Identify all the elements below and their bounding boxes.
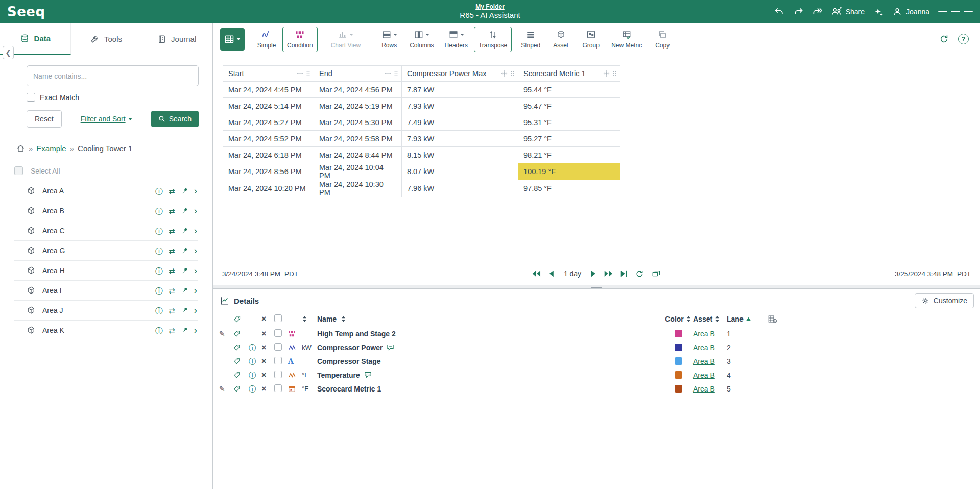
row-checkbox[interactable]	[274, 357, 282, 364]
toolbar-columns-button[interactable]: Columns	[405, 27, 438, 52]
sort-icon[interactable]	[302, 315, 307, 323]
asset-link[interactable]: Area B	[693, 330, 715, 338]
list-item[interactable]: Area H ⓘ⇄›	[14, 261, 198, 281]
range-end[interactable]: 3/25/2024 3:48 PMPDT	[895, 270, 971, 278]
detail-row[interactable]: ✎ ⓘ × °F Scorecard Metric 1 Area B 5	[213, 382, 780, 396]
move-column-icon[interactable]	[297, 70, 303, 77]
column-header-scorecard-metric-1[interactable]: Scorecard Metric 1	[518, 66, 620, 82]
asset-link[interactable]: Area B	[693, 371, 715, 379]
copy-range-icon[interactable]	[652, 270, 661, 278]
edit-pencil-icon[interactable]: ✎	[219, 385, 225, 393]
row-checkbox[interactable]	[274, 384, 282, 392]
pin-icon[interactable]	[179, 325, 190, 335]
pin-icon[interactable]	[179, 265, 190, 276]
user-menu[interactable]: Joanna	[892, 7, 929, 17]
remove-all-icon[interactable]: ×	[261, 314, 266, 323]
list-item[interactable]: Area G ⓘ⇄›	[14, 241, 198, 261]
info-icon[interactable]: ⓘ	[249, 371, 256, 379]
pin-icon[interactable]	[179, 225, 190, 236]
info-icon[interactable]: ⓘ	[249, 344, 256, 352]
grip-dots-icon[interactable]	[394, 70, 398, 77]
tag-icon[interactable]	[233, 315, 241, 323]
chevron-right-icon[interactable]: ›	[194, 226, 197, 235]
detail-row[interactable]: ✎ × High Temp and Stage 2 Area B 1	[213, 327, 780, 340]
redo-all-icon[interactable]	[812, 7, 822, 17]
tag-icon[interactable]	[233, 344, 241, 351]
pin-icon[interactable]	[179, 305, 190, 315]
chevron-right-icon[interactable]: ›	[194, 246, 197, 255]
info-icon[interactable]: ⓘ	[155, 307, 163, 314]
swap-icon[interactable]: ⇄	[169, 327, 175, 334]
asset-link[interactable]: Area B	[693, 344, 715, 352]
list-item[interactable]: Area I ⓘ⇄›	[14, 281, 198, 301]
edit-pencil-icon[interactable]: ✎	[219, 330, 225, 337]
tab-tools[interactable]: Tools	[71, 23, 142, 55]
table-row[interactable]: Mar 24, 2024 5:14 PMMar 24, 2024 5:19 PM…	[223, 98, 620, 114]
grip-dots-icon[interactable]	[306, 70, 310, 77]
range-start[interactable]: 3/24/2024 3:48 PMPDT	[222, 270, 298, 278]
color-column-header[interactable]: Color	[665, 315, 684, 323]
chevron-right-icon[interactable]: ›	[194, 325, 197, 335]
splitter-grip-icon[interactable]	[591, 286, 602, 288]
search-button[interactable]: Search	[151, 111, 199, 127]
chevron-right-icon[interactable]: ›	[194, 206, 197, 215]
panel-splitter[interactable]	[213, 285, 980, 289]
asset-column-header[interactable]: Asset	[693, 315, 712, 323]
duration-selector[interactable]: 1 day	[562, 270, 583, 278]
column-header-start[interactable]: Start	[223, 66, 314, 82]
exact-match-checkbox[interactable]	[27, 93, 35, 102]
toolbar-striped-button[interactable]: Striped	[516, 27, 545, 52]
breadcrumb-example-link[interactable]: Example	[36, 144, 66, 153]
name-column-header[interactable]: Name	[317, 315, 337, 323]
tag-icon[interactable]	[233, 358, 241, 365]
search-input[interactable]	[27, 65, 199, 86]
color-swatch[interactable]	[675, 357, 682, 365]
undo-icon[interactable]	[774, 7, 784, 17]
move-column-icon[interactable]	[385, 70, 391, 77]
row-checkbox[interactable]	[274, 371, 282, 378]
select-all-checkbox[interactable]	[14, 166, 23, 175]
home-icon[interactable]	[16, 144, 25, 153]
sort-icon[interactable]	[686, 315, 691, 323]
tag-icon[interactable]	[233, 372, 241, 379]
folder-breadcrumb-link[interactable]: My Folder	[460, 3, 520, 11]
info-icon[interactable]: ⓘ	[249, 385, 256, 393]
info-icon[interactable]: ⓘ	[155, 267, 163, 275]
filter-and-sort-link[interactable]: Filter and Sort	[81, 115, 132, 123]
asset-link[interactable]: Area B	[693, 357, 715, 365]
swap-icon[interactable]: ⇄	[169, 287, 175, 295]
color-swatch[interactable]	[675, 371, 682, 379]
ai-sparkle-icon[interactable]	[873, 7, 883, 17]
toolbar-chart-view-button[interactable]: Chart View	[326, 27, 365, 52]
remove-icon[interactable]: ×	[261, 371, 266, 379]
step-forward-fast-icon[interactable]	[604, 270, 613, 277]
customize-button[interactable]: Customize	[915, 293, 974, 308]
list-item[interactable]: Area J ⓘ⇄›	[14, 301, 198, 321]
detail-row[interactable]: ⓘ × kW Compressor Power Area B 2	[213, 340, 780, 354]
sort-icon[interactable]	[714, 315, 720, 323]
toolbar-new-metric-button[interactable]: New Metric	[607, 27, 647, 52]
chevron-right-icon[interactable]: ›	[194, 305, 197, 315]
step-back-icon[interactable]	[548, 270, 554, 277]
refresh-icon[interactable]	[939, 34, 949, 44]
table-row[interactable]: Mar 24, 2024 6:18 PMMar 24, 2024 8:44 PM…	[223, 147, 620, 163]
toolbar-transpose-button[interactable]: Transpose	[474, 27, 512, 52]
redo-icon[interactable]	[793, 7, 803, 17]
table-row[interactable]: Mar 24, 2024 4:45 PMMar 24, 2024 4:56 PM…	[223, 82, 620, 98]
list-item[interactable]: Area K ⓘ⇄›	[14, 321, 198, 340]
table-row[interactable]: Mar 24, 2024 10:20 PMMar 24, 2024 10:30 …	[223, 180, 620, 197]
share-button[interactable]: Share	[831, 6, 865, 17]
detail-row[interactable]: ⓘ × °F Temperature Area B 4	[213, 368, 780, 382]
pin-icon[interactable]	[179, 185, 190, 196]
chevron-right-icon[interactable]: ›	[194, 265, 197, 275]
color-swatch[interactable]	[675, 344, 682, 351]
grip-dots-icon[interactable]	[510, 70, 515, 77]
chevron-right-icon[interactable]: ›	[194, 186, 197, 195]
remove-icon[interactable]: ×	[261, 343, 266, 352]
info-icon[interactable]: ⓘ	[155, 247, 163, 255]
row-checkbox[interactable]	[274, 329, 282, 337]
comment-icon[interactable]	[364, 371, 372, 379]
grip-dots-icon[interactable]	[612, 70, 617, 77]
toolbar-simple-button[interactable]: Simple	[252, 27, 281, 52]
help-icon[interactable]: ?	[958, 34, 969, 44]
